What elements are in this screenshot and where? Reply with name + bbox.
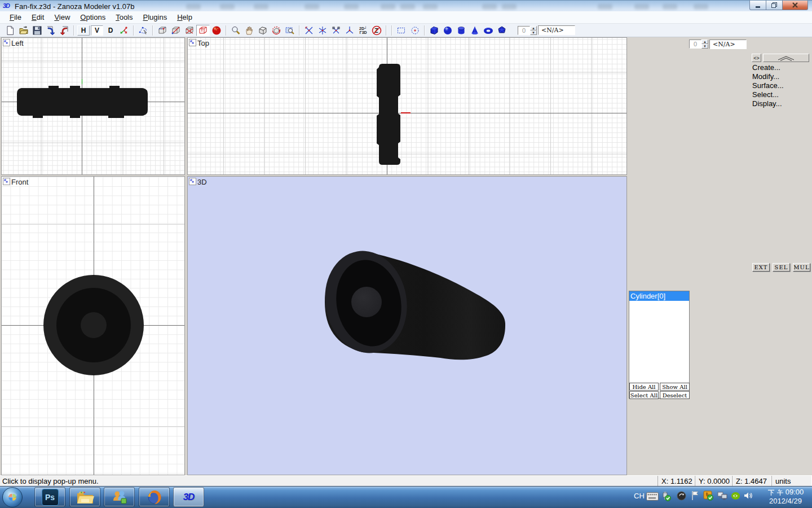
- select-rectangle-icon[interactable]: [395, 25, 408, 36]
- deselect-button[interactable]: Deselect: [660, 391, 690, 399]
- viewport-menu-icon[interactable]: [3, 39, 10, 46]
- create-cube-icon[interactable]: [427, 25, 441, 36]
- menu-tools[interactable]: Tools: [111, 12, 138, 23]
- taskbar-messenger-button[interactable]: [104, 487, 135, 507]
- round-app-tray-icon[interactable]: [677, 491, 686, 501]
- taskbar-firefox-button[interactable]: [139, 487, 170, 507]
- create-link[interactable]: Create...: [752, 63, 780, 72]
- hide-all-button[interactable]: Hide All: [629, 383, 659, 391]
- mul-mode-button[interactable]: MUL: [793, 263, 810, 271]
- menu-view[interactable]: View: [49, 12, 75, 23]
- panel-expander-button[interactable]: <>: [752, 54, 761, 62]
- panel-na-field[interactable]: <N/A>: [709, 40, 747, 49]
- panel-spinner-arrows[interactable]: ▲▼: [701, 40, 708, 49]
- sel-mode-button[interactable]: SEL: [773, 263, 790, 271]
- minimize-button[interactable]: [749, 1, 766, 10]
- restore-button[interactable]: [766, 1, 782, 10]
- select-circle-icon[interactable]: [408, 25, 422, 36]
- 3d-view-label[interactable]: 3D: [189, 178, 207, 186]
- menu-options[interactable]: Options: [75, 12, 111, 23]
- object-list-item-selected[interactable]: Cylinder[0]: [629, 291, 689, 301]
- view-box-icon[interactable]: [256, 25, 270, 36]
- create-cylinder-icon[interactable]: [454, 25, 468, 36]
- front-view-label[interactable]: Front: [3, 178, 28, 186]
- create-geosphere-icon[interactable]: [495, 25, 509, 36]
- usb-tray-icon[interactable]: [661, 491, 671, 501]
- wire-box-move-icon[interactable]: [169, 25, 183, 36]
- tray-clock[interactable]: 09:00 2012/4/29: [761, 488, 810, 506]
- volume-icon[interactable]: [744, 491, 753, 500]
- top-view-label[interactable]: Top: [189, 39, 209, 47]
- vertex-branch-icon[interactable]: [343, 25, 356, 36]
- export-icon[interactable]: [58, 25, 71, 36]
- vertex-move-icon[interactable]: [302, 25, 316, 36]
- taskbar-photoshop-button[interactable]: Ps: [34, 487, 65, 507]
- antivirus-tray-icon[interactable]: [703, 491, 713, 501]
- viewport-left[interactable]: Left: [1, 37, 185, 175]
- axes-icon[interactable]: [117, 25, 131, 36]
- menu-plugins[interactable]: Plugins: [138, 12, 173, 23]
- panel-spinner-value[interactable]: 0: [689, 40, 701, 49]
- menu-edit[interactable]: Edit: [27, 12, 49, 23]
- import-icon[interactable]: [44, 25, 58, 36]
- display-link[interactable]: Display...: [752, 99, 782, 108]
- zoom-tool-icon[interactable]: [229, 25, 242, 36]
- toolbar-spinner-value[interactable]: 0: [518, 26, 530, 35]
- spinner-up-icon[interactable]: ▲: [530, 26, 537, 30]
- app-icon[interactable]: 3D: [3, 2, 10, 9]
- panel-collapse-button[interactable]: [763, 54, 809, 62]
- viewport-menu-icon[interactable]: [3, 178, 10, 185]
- wire-box-scale-icon[interactable]: [183, 25, 196, 36]
- close-button[interactable]: [782, 1, 808, 10]
- rotate-view-icon[interactable]: [270, 25, 283, 36]
- viewport-3d[interactable]: 3D: [187, 176, 627, 475]
- vertex-star-icon[interactable]: [316, 25, 329, 36]
- taskbar-zmodeler-button[interactable]: 3D: [173, 487, 204, 507]
- select-all-button[interactable]: Select All: [629, 391, 659, 399]
- create-torus-icon[interactable]: [482, 25, 495, 36]
- wire-box-select-icon[interactable]: [156, 25, 169, 36]
- action-center-flag-icon[interactable]: [691, 491, 700, 501]
- viewport-menu-icon[interactable]: [189, 39, 196, 46]
- open-file-icon[interactable]: [17, 25, 30, 36]
- toggle-2d3d-icon[interactable]: 2D┘Γ3D: [356, 25, 370, 36]
- v-toggle-button[interactable]: V: [91, 25, 103, 36]
- menu-file[interactable]: File: [5, 12, 27, 23]
- surface-link[interactable]: Surface...: [752, 81, 784, 90]
- modify-link[interactable]: Modify...: [752, 72, 779, 81]
- taskbar-explorer-button[interactable]: [69, 487, 100, 507]
- ext-mode-button[interactable]: EXT: [752, 263, 770, 271]
- create-cone-icon[interactable]: [468, 25, 482, 36]
- new-file-icon[interactable]: [3, 25, 17, 36]
- wire-box-red-icon[interactable]: [196, 25, 210, 36]
- viewport-menu-icon[interactable]: [189, 178, 196, 185]
- start-button[interactable]: [2, 487, 23, 507]
- cylinder-front-silhouette[interactable]: [37, 269, 150, 382]
- toolbar-spinner-arrows[interactable]: ▲▼: [530, 26, 537, 35]
- zoom-region-icon[interactable]: [283, 25, 297, 36]
- cylinder-3d-render[interactable]: [188, 177, 627, 475]
- toolbar-na-field[interactable]: <N/A>: [538, 25, 575, 35]
- select-link[interactable]: Select...: [752, 90, 779, 99]
- keyboard-icon[interactable]: [646, 492, 659, 501]
- tray-language[interactable]: CH: [634, 492, 645, 500]
- cylinder-side-silhouette[interactable]: [14, 84, 151, 120]
- menu-help[interactable]: Help: [172, 12, 197, 23]
- vertex-weld-icon[interactable]: [329, 25, 343, 36]
- viewport-front[interactable]: Front: [1, 176, 185, 475]
- red-sphere-icon[interactable]: [210, 25, 223, 36]
- create-sphere-icon[interactable]: [441, 25, 454, 36]
- left-view-label[interactable]: Left: [3, 39, 24, 47]
- save-icon[interactable]: [30, 25, 44, 36]
- spinner-down-icon[interactable]: ▼: [530, 30, 537, 35]
- show-all-button[interactable]: Show All: [660, 383, 690, 391]
- h-toggle-button[interactable]: H: [77, 25, 90, 36]
- d-toggle-button[interactable]: D: [104, 25, 117, 36]
- nvidia-tray-icon[interactable]: [731, 492, 740, 500]
- edit-polygon-icon[interactable]: [136, 25, 150, 36]
- pan-tool-icon[interactable]: [242, 25, 256, 36]
- spinner-up-icon[interactable]: ▲: [701, 40, 708, 44]
- cylinder-top-silhouette[interactable]: [373, 63, 403, 166]
- viewport-top[interactable]: Top: [187, 37, 627, 175]
- no-z-icon[interactable]: Z: [370, 25, 383, 36]
